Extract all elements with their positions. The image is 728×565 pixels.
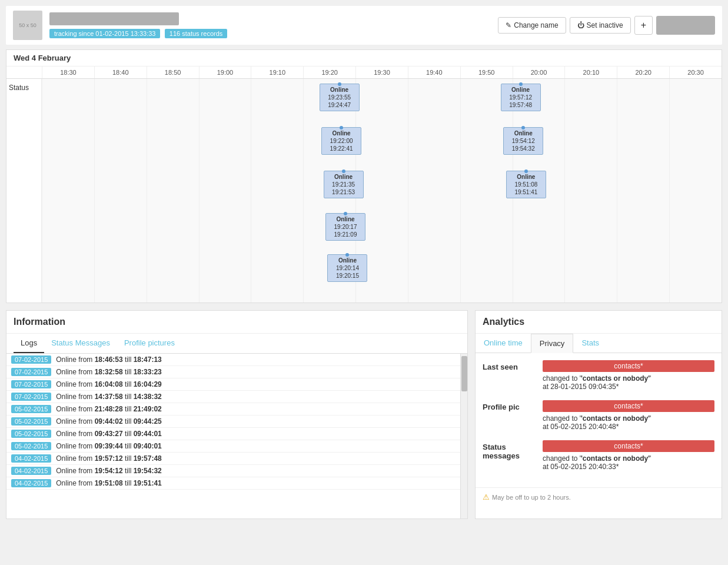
- log-row: 07-02-2015Online from 14:37:58 till 14:3…: [6, 391, 467, 403]
- timeline-corner: [6, 67, 42, 78]
- online-block: Online19:54:1219:54:32: [503, 127, 543, 155]
- analytics-content: Last seencontacts*changed to ''contacts …: [476, 353, 722, 487]
- log-date: 07-02-2015: [11, 380, 51, 388]
- timeline-dot: [340, 126, 343, 129]
- log-date: 04-02-2015: [11, 479, 51, 487]
- time-cell: 20:10: [564, 67, 617, 78]
- log-row: 04-02-2015Online from 19:54:12 till 19:5…: [6, 465, 467, 477]
- time-cell: 18:50: [147, 67, 199, 78]
- avatar: 50 x 50: [13, 11, 42, 40]
- analytics-row-label: Profile pic: [483, 400, 536, 411]
- time-cell: 19:40: [408, 67, 460, 78]
- time-cell: 18:40: [94, 67, 147, 78]
- analytics-row-label: Last seen: [483, 360, 536, 371]
- timeline-body: Status Online19:23:5519:24:47Online19:22…: [6, 79, 722, 303]
- log-date: 07-02-2015: [11, 393, 51, 401]
- log-date: 07-02-2015: [11, 368, 51, 376]
- tab-status-messages[interactable]: Status Messages: [44, 334, 117, 353]
- log-date: 05-02-2015: [11, 417, 51, 426]
- time-cell: 19:50: [460, 67, 513, 78]
- analytics-tab-privacy[interactable]: Privacy: [531, 334, 574, 353]
- tab-logs[interactable]: Logs: [14, 334, 44, 353]
- log-row: 07-02-2015Online from 16:04:08 till 16:0…: [6, 378, 467, 391]
- log-date: 07-02-2015: [11, 355, 51, 364]
- time-cell: 20:20: [617, 67, 669, 78]
- online-block: Online19:21:3519:21:53: [324, 171, 364, 198]
- information-section: Information LogsStatus MessagesProfile p…: [6, 310, 468, 519]
- log-text: Online from 19:57:12 till 19:57:48: [56, 454, 161, 463]
- log-text: Online from 18:46:53 till 18:47:13: [56, 355, 161, 364]
- user-name-bar: [49, 12, 179, 25]
- log-text: Online from 19:51:08 till 19:51:41: [56, 479, 161, 487]
- analytics-tabs: Online timePrivacyStats: [476, 334, 722, 353]
- analytics-row: Profile piccontacts*changed to ''contact…: [483, 400, 714, 431]
- analytics-row-value: contacts*changed to ''contacts or nobody…: [543, 360, 714, 391]
- online-block: Online19:20:1419:20:15: [327, 254, 367, 282]
- scrollbar-thumb: [461, 356, 467, 391]
- log-text: Online from 09:44:02 till 09:44:25: [56, 417, 161, 426]
- analytics-row-value: contacts*changed to ''contacts or nobody…: [543, 400, 714, 431]
- add-button[interactable]: +: [634, 16, 653, 35]
- log-row: 05-02-2015Online from 09:44:02 till 09:4…: [6, 416, 467, 428]
- analytics-row: Status messagescontacts*changed to ''con…: [483, 440, 714, 471]
- timeline-dot: [344, 212, 347, 215]
- log-text: Online from 19:54:12 till 19:54:32: [56, 467, 161, 475]
- log-date: 05-02-2015: [11, 405, 51, 413]
- timeline-container: Wed 4 February 18:3018:4018:5019:0019:10…: [6, 49, 722, 303]
- status-label: Status: [6, 79, 42, 303]
- scrollbar[interactable]: [460, 354, 467, 519]
- extra-button-bar: [656, 16, 715, 35]
- log-row: 05-02-2015Online from 21:48:28 till 21:4…: [6, 403, 467, 416]
- privacy-badge: contacts*: [543, 360, 714, 372]
- timeline-dot: [524, 170, 528, 173]
- log-row: 04-02-2015Online from 19:51:08 till 19:5…: [6, 477, 467, 490]
- timeline-times: 18:3018:4018:5019:0019:1019:2019:3019:40…: [42, 67, 722, 78]
- online-block: Online19:23:5519:24:47: [320, 84, 360, 111]
- warning-icon: ⚠: [483, 493, 490, 501]
- analytics-changed-text: changed to ''contacts or nobody''at 28-0…: [543, 374, 714, 391]
- time-cell: 18:30: [42, 67, 94, 78]
- timeline-dot: [338, 82, 341, 86]
- analytics-changed-text: changed to ''contacts or nobody''at 05-0…: [543, 414, 714, 431]
- pencil-icon: ✎: [506, 21, 511, 29]
- logs-list[interactable]: 07-02-2015Online from 18:46:53 till 18:4…: [6, 354, 467, 519]
- information-title: Information: [6, 311, 467, 334]
- log-date: 05-02-2015: [11, 442, 51, 450]
- privacy-badge: contacts*: [543, 440, 714, 452]
- timeline-dot: [342, 170, 345, 173]
- timeline-header: 18:3018:4018:5019:0019:1019:2019:3019:40…: [6, 67, 722, 79]
- timeline-date: Wed 4 February: [6, 50, 722, 67]
- tab-profile-pictures[interactable]: Profile pictures: [117, 334, 182, 353]
- analytics-row: Last seencontacts*changed to ''contacts …: [483, 360, 714, 391]
- log-text: Online from 09:39:44 till 09:40:01: [56, 442, 161, 450]
- timeline-dot: [345, 253, 349, 257]
- privacy-badge: contacts*: [543, 400, 714, 412]
- log-date: 04-02-2015: [11, 467, 51, 475]
- online-block: Online19:57:1219:57:48: [501, 84, 541, 111]
- online-blocks: Online19:23:5519:24:47Online19:22:0019:2…: [42, 79, 722, 303]
- change-name-button[interactable]: ✎ Change name: [498, 17, 566, 34]
- analytics-row-label: Status messages: [483, 440, 536, 460]
- log-row: 07-02-2015Online from 18:32:58 till 18:3…: [6, 366, 467, 378]
- time-cell: 19:30: [355, 67, 408, 78]
- set-inactive-button[interactable]: ⏻ Set inactive: [570, 17, 631, 34]
- time-cell: 20:30: [669, 67, 722, 78]
- analytics-section: Analytics Online timePrivacyStats Last s…: [475, 310, 722, 519]
- log-row: 05-02-2015Online from 09:39:44 till 09:4…: [6, 440, 467, 453]
- log-date: 04-02-2015: [11, 454, 51, 463]
- analytics-tab-online-time[interactable]: Online time: [476, 334, 531, 353]
- online-block: Online19:22:0019:22:41: [321, 127, 361, 155]
- analytics-tab-stats[interactable]: Stats: [573, 334, 607, 353]
- warning-note: ⚠ May be off to up to 2 hours.: [476, 487, 722, 506]
- info-tabs: LogsStatus MessagesProfile pictures: [6, 334, 467, 354]
- logs-container: 07-02-2015Online from 18:46:53 till 18:4…: [6, 354, 467, 519]
- time-cell: 20:00: [513, 67, 565, 78]
- time-cell: 19:20: [303, 67, 355, 78]
- log-text: Online from 09:43:27 till 09:44:01: [56, 430, 161, 438]
- time-cell: 19:10: [251, 67, 303, 78]
- records-badge: 116 status records: [165, 29, 228, 38]
- log-date: 05-02-2015: [11, 430, 51, 438]
- log-text: Online from 18:32:58 till 18:33:23: [56, 368, 161, 376]
- log-text: Online from 16:04:08 till 16:04:29: [56, 380, 161, 388]
- analytics-row-value: contacts*changed to ''contacts or nobody…: [543, 440, 714, 471]
